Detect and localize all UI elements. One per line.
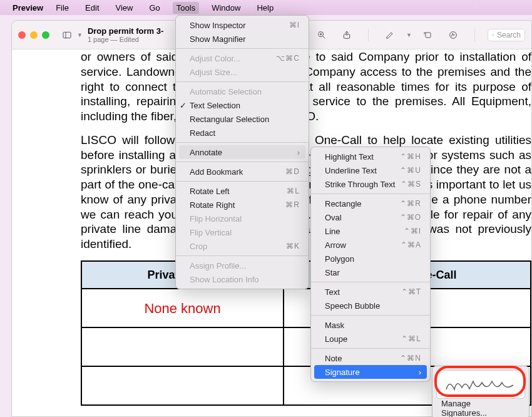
- chevron-right-icon: ›: [419, 368, 421, 377]
- chevron-down-icon[interactable]: ▼: [77, 32, 83, 38]
- svg-rect-10: [426, 33, 431, 38]
- menu-highlight-text[interactable]: Highlight Text⌃⌘H: [311, 150, 430, 163]
- signature-submenu: Manage Signatures...: [432, 366, 529, 417]
- document-title: Drop permit form 3-: [88, 26, 163, 36]
- sidebar-toggle-button[interactable]: [58, 28, 76, 43]
- menu-show-inspector[interactable]: Show Inspector⌘I: [176, 18, 309, 32]
- menu-manage-signatures[interactable]: Manage Signatures...: [436, 401, 525, 415]
- search-field[interactable]: Search: [488, 29, 525, 41]
- menu-view[interactable]: View: [112, 2, 137, 14]
- document-subtitle: 1 page — Edited: [88, 36, 163, 43]
- menu-rotate-left[interactable]: Rotate Left⌘L: [176, 184, 309, 198]
- menu-text-selection[interactable]: ✓Text Selection: [176, 98, 309, 112]
- menu-loupe[interactable]: Loupe⌃⌘L: [311, 332, 430, 346]
- menu-add-bookmark[interactable]: Add Bookmark⌘D: [176, 165, 309, 178]
- search-icon: [492, 31, 494, 39]
- markup-button[interactable]: [444, 28, 462, 43]
- menu-tools[interactable]: Tools: [173, 2, 199, 14]
- close-button[interactable]: [18, 31, 26, 39]
- svg-line-6: [323, 36, 325, 38]
- menu-mask[interactable]: Mask: [311, 318, 430, 332]
- rotate-button[interactable]: [419, 28, 437, 43]
- chevron-down-icon[interactable]: ▼: [406, 32, 412, 38]
- tools-menu: Show Inspector⌘I Show Magnifier Adjust C…: [175, 15, 309, 289]
- app-name[interactable]: Preview: [13, 3, 43, 13]
- menu-show-magnifier[interactable]: Show Magnifier: [176, 32, 309, 46]
- menu-show-location: Show Location Info: [176, 272, 309, 286]
- highlight-tool-button[interactable]: [381, 28, 399, 43]
- svg-point-12: [493, 34, 494, 35]
- signature-icon: [443, 374, 518, 395]
- svg-line-13: [493, 35, 494, 36]
- menu-window[interactable]: Window: [208, 2, 244, 14]
- menu-redact[interactable]: Redact: [176, 126, 309, 140]
- menu-automatic-selection: Automatic Selection: [176, 85, 309, 98]
- table-cell: [81, 366, 284, 405]
- menu-edit[interactable]: Edit: [81, 2, 103, 14]
- zoom-button[interactable]: [42, 31, 49, 39]
- menu-annotate[interactable]: Annotate›: [179, 145, 305, 159]
- document-title-area[interactable]: Drop permit form 3- 1 page — Edited: [88, 26, 163, 43]
- svg-rect-0: [63, 32, 71, 38]
- menu-strike-text[interactable]: Strike Through Text⌃⌘S: [311, 177, 430, 191]
- menu-arrow[interactable]: Arrow⌃⌘A: [311, 238, 430, 252]
- menu-adjust-size: Adjust Size...: [176, 65, 309, 79]
- menu-assign-profile: Assign Profile...: [176, 259, 309, 272]
- menu-speech-bubble[interactable]: Speech Bubble: [311, 299, 430, 312]
- menu-star[interactable]: Star: [311, 265, 430, 279]
- menu-rectangle[interactable]: Rectangle⌃⌘R: [311, 197, 430, 210]
- menu-rectangular-selection[interactable]: Rectangular Selection: [176, 112, 309, 126]
- search-placeholder: Search: [497, 31, 521, 39]
- annotate-submenu: Highlight Text⌃⌘H Underline Text⌃⌘U Stri…: [310, 147, 431, 382]
- menu-rotate-right[interactable]: Rotate Right⌘R: [176, 198, 309, 212]
- cell-none-known: None known: [81, 289, 284, 327]
- menu-file[interactable]: File: [52, 2, 73, 14]
- menu-adjust-color: Adjust Color...⌥⌘C: [176, 51, 309, 65]
- menu-go[interactable]: Go: [145, 2, 163, 14]
- menu-text[interactable]: Text⌃⌘T: [311, 285, 430, 299]
- menu-crop: Crop⌘K: [176, 239, 309, 253]
- menu-underline-text[interactable]: Underline Text⌃⌘U: [311, 163, 430, 177]
- system-menubar: Preview File Edit View Go Tools Window H…: [0, 0, 532, 15]
- menu-note[interactable]: Note⌃⌘N: [311, 351, 430, 365]
- minimize-button[interactable]: [30, 31, 38, 39]
- menu-oval[interactable]: Oval⌃⌘O: [311, 210, 430, 224]
- menu-signature[interactable]: Signature›: [314, 365, 427, 379]
- menu-flip-horizontal: Flip Horizontal: [176, 212, 309, 225]
- chevron-right-icon: ›: [297, 148, 300, 157]
- table-cell: [81, 327, 284, 366]
- signature-preview[interactable]: [436, 370, 525, 399]
- menu-polygon[interactable]: Polygon: [311, 252, 430, 265]
- menu-help[interactable]: Help: [253, 2, 277, 14]
- menu-flip-vertical: Flip Vertical: [176, 225, 309, 239]
- share-button[interactable]: [338, 28, 356, 43]
- check-icon: ✓: [180, 101, 187, 110]
- zoom-in-button[interactable]: [313, 28, 330, 43]
- window-controls: [18, 31, 49, 39]
- menu-line[interactable]: Line⌃⌘I: [311, 224, 430, 238]
